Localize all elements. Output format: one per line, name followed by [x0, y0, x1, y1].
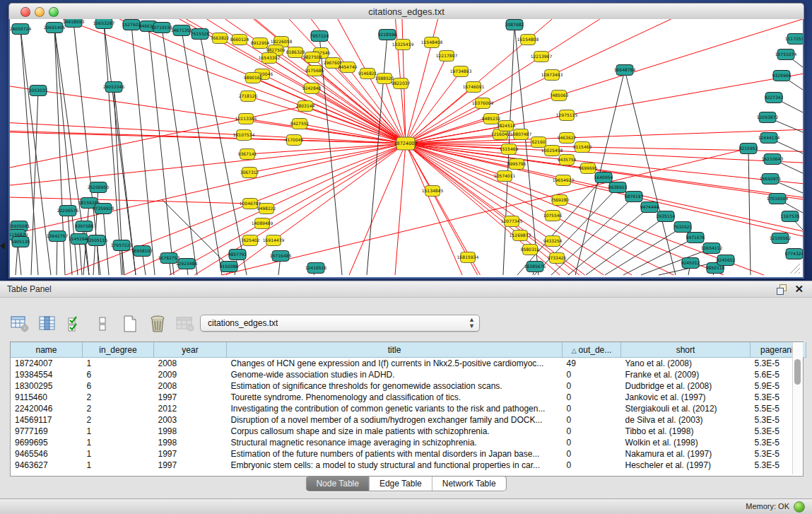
table-cell[interactable]: 1998 [154, 426, 227, 437]
table-row[interactable]: 1938455462009Genome-wide association stu… [11, 369, 806, 380]
column-header-name[interactable]: name [11, 342, 83, 358]
delete-column-icon[interactable] [148, 314, 167, 334]
table-panel-header[interactable]: Table Panel ✕ [0, 281, 812, 298]
edge[interactable] [406, 71, 461, 144]
edge[interactable] [582, 147, 803, 151]
table-row[interactable]: 977716911998Corpus callosum shape and si… [11, 426, 806, 437]
memory-ok-indicator[interactable] [794, 501, 805, 513]
table-cell[interactable]: 14569117 [11, 414, 83, 426]
table-cell[interactable]: 1998 [154, 437, 227, 448]
table-cell[interactable]: Estimation of significance thresholds fo… [227, 380, 563, 392]
table-cell[interactable]: 1 [83, 448, 154, 460]
window-resize-grip[interactable] [790, 264, 800, 274]
edge[interactable] [162, 28, 197, 275]
table-cell[interactable]: 18300295 [11, 380, 83, 392]
tab-node-table[interactable]: Node Table [306, 477, 369, 491]
edge[interactable] [541, 19, 600, 57]
table-cell[interactable]: Structural magnetic resonance image aver… [227, 437, 563, 448]
table-cell[interactable]: 2 [83, 403, 154, 414]
edge[interactable] [349, 144, 406, 275]
collapse-panel-arrow-icon[interactable] [0, 243, 5, 250]
table-cell[interactable]: Jankovic et al. (1997) [621, 392, 751, 403]
column-visibility-icon[interactable] [37, 314, 57, 334]
table-cell[interactable]: 9463627 [11, 460, 83, 471]
table-cell[interactable]: 2008 [154, 358, 227, 370]
table-cell[interactable]: Tourette syndrome. Phenomenology and cla… [227, 392, 563, 403]
table-cell[interactable]: Estimation of the future numbers of pati… [227, 448, 563, 460]
edge[interactable] [406, 42, 432, 144]
table-cell[interactable]: 9777169 [11, 426, 83, 437]
table-row[interactable]: 946554611997Estimation of the future num… [11, 448, 806, 460]
table-cell[interactable]: 0 [563, 369, 621, 380]
edge[interactable] [568, 207, 649, 275]
table-cell[interactable]: 2 [83, 392, 154, 403]
table-cell[interactable]: 2003 [154, 414, 227, 426]
window-title-bar[interactable]: citations_edges.txt [8, 3, 804, 21]
edge[interactable] [586, 216, 666, 275]
edge[interactable] [104, 23, 136, 275]
table-cell[interactable]: 1 [83, 358, 154, 370]
table-scrollbar[interactable] [792, 342, 803, 474]
table-cell[interactable]: Nakamura et al. (1997) [621, 448, 751, 460]
table-cell[interactable]: 9699695 [11, 437, 83, 448]
table-scrollbar-thumb[interactable] [794, 359, 801, 385]
edge[interactable] [748, 148, 751, 275]
table-cell[interactable]: Hescheler et al. (1997) [621, 460, 751, 471]
table-cell[interactable]: 1 [83, 460, 154, 471]
table-cell[interactable]: 19384554 [11, 369, 83, 380]
table-cell[interactable]: 0 [563, 392, 621, 403]
close-icon[interactable]: ✕ [794, 283, 804, 296]
table-cell[interactable]: 0 [563, 426, 621, 437]
table-cell[interactable]: 0 [563, 448, 621, 460]
column-header-year[interactable]: year [154, 342, 227, 358]
table-cell[interactable]: 6 [83, 369, 154, 380]
table-cell[interactable]: 18724007 [11, 358, 83, 370]
table-cell[interactable]: 22420046 [11, 403, 83, 414]
table-cell[interactable]: 2008 [154, 380, 227, 392]
edge[interactable] [534, 187, 618, 275]
column-header-out_de[interactable]: △out_de... [563, 342, 621, 358]
edge[interactable] [559, 19, 803, 95]
edge[interactable] [396, 19, 401, 83]
column-header-short[interactable]: short [621, 342, 751, 358]
float-window-icon[interactable] [777, 284, 787, 294]
network-table-dropdown[interactable]: citations_edges.txt ▲▼ [200, 315, 480, 332]
delete-table-icon[interactable] [175, 314, 195, 334]
table-cell[interactable]: 0 [563, 414, 621, 426]
edge[interactable] [266, 144, 406, 209]
table-cell[interactable]: 0 [563, 403, 621, 414]
table-cell[interactable]: Investigating the contribution of common… [227, 403, 563, 414]
network-view[interactable]: 7663822866012489129541822605898275098186… [8, 19, 804, 279]
table-cell[interactable]: 49 [563, 358, 621, 370]
table-cell[interactable]: 2012 [154, 403, 227, 414]
table-cell[interactable]: 1997 [154, 392, 227, 403]
table-cell[interactable]: 1997 [154, 448, 227, 460]
tab-edge-table[interactable]: Edge Table [369, 477, 432, 491]
table-cell[interactable]: Stergiakouli et al. (2012) [621, 403, 751, 414]
edge[interactable] [312, 88, 406, 144]
edge[interactable] [273, 144, 406, 240]
edge[interactable] [10, 197, 250, 204]
table-cell[interactable]: 1 [83, 426, 154, 437]
table-row[interactable]: 1872400712008Changes of HCN gene express… [11, 358, 806, 370]
table-cell[interactable]: 6 [83, 380, 154, 392]
network-canvas[interactable]: 7663822866012489129541822605898275098186… [10, 19, 803, 276]
table-cell[interactable]: Changes of HCN gene expression and I(f) … [227, 358, 563, 370]
column-header-in_degree[interactable]: in_degree [83, 342, 154, 358]
new-column-icon[interactable] [120, 314, 140, 334]
table-row[interactable]: 946362711997Embryonic stem cells: a mode… [11, 460, 806, 471]
table-row[interactable]: 2242004622012Investigating the contribut… [11, 403, 806, 414]
row-select-icon[interactable] [65, 314, 85, 334]
edge[interactable] [57, 236, 57, 275]
table-cell[interactable]: 9465546 [11, 448, 83, 460]
edge[interactable] [182, 30, 222, 275]
row-height-icon[interactable] [93, 314, 112, 334]
edge[interactable] [10, 144, 406, 185]
table-cell[interactable]: 9115460 [11, 392, 83, 403]
table-cell[interactable]: Embryonic stem cells: a model to study s… [227, 460, 563, 471]
table-cell[interactable]: Genome-wide association studies in ADHD. [227, 369, 563, 380]
table-cell[interactable]: 2009 [154, 369, 227, 380]
table-row[interactable]: 911546021997Tourette syndrome. Phenomeno… [11, 392, 806, 403]
column-header-title[interactable]: title [227, 342, 563, 358]
edge[interactable] [553, 216, 673, 275]
